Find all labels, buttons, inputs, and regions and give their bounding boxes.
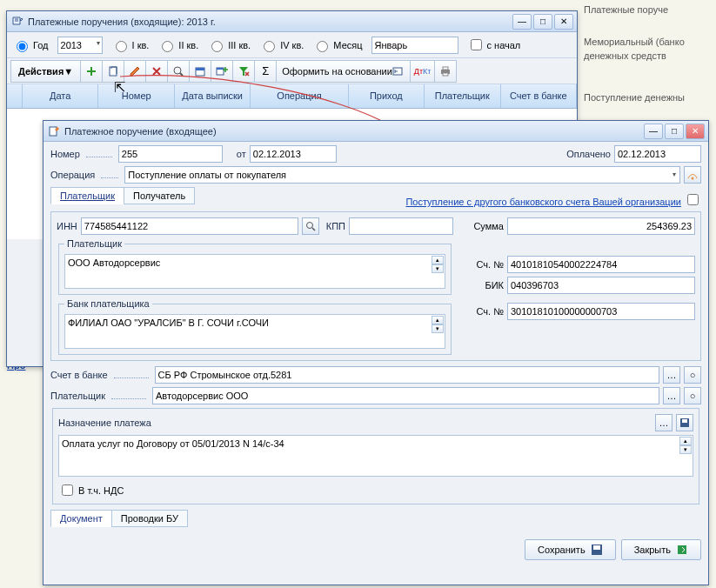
payer2-input[interactable] <box>152 387 659 404</box>
bg-text-3: денежных средств <box>584 50 666 61</box>
paid-label: Оплачено <box>566 149 611 159</box>
svg-rect-16 <box>593 545 600 550</box>
sum-label: Сумма <box>460 221 504 231</box>
maximize-button[interactable]: □ <box>533 14 552 30</box>
sum-button[interactable]: Σ <box>254 60 277 83</box>
from-label: от <box>237 149 246 159</box>
inn-search-button[interactable] <box>302 217 319 235</box>
edit-button[interactable] <box>124 60 146 83</box>
dtkt-button[interactable]: ДтКт <box>410 60 436 83</box>
col-date[interactable]: Дата <box>23 84 98 108</box>
sum-input[interactable] <box>507 217 695 235</box>
tab-recipient[interactable]: Получатель <box>124 187 195 204</box>
col-marker[interactable] <box>7 84 23 108</box>
date-input[interactable] <box>250 145 337 163</box>
svg-rect-5 <box>217 68 224 70</box>
bank-account-lookup-button[interactable]: … <box>663 366 680 384</box>
radio-q2[interactable]: II кв. <box>157 38 198 52</box>
dialog-titlebar[interactable]: Платежное поручение (входящее) — □ ✕ <box>43 121 708 142</box>
calendar-add-button[interactable] <box>211 60 233 83</box>
radio-q1[interactable]: I кв. <box>111 38 150 52</box>
radio-month[interactable]: Месяц <box>312 38 362 52</box>
filter-bar: Год I кв. II кв. III кв. IV кв. Месяц с … <box>7 32 577 58</box>
bg-text-4: Поступление денежны <box>584 92 685 103</box>
purpose-save-button[interactable] <box>676 414 693 431</box>
col-statement-date[interactable]: Дата выписки <box>175 84 251 108</box>
svg-point-12 <box>306 223 312 229</box>
actions-button[interactable]: Действия ▼ <box>10 60 81 83</box>
radio-q3[interactable]: III кв. <box>207 38 251 52</box>
purpose-lookup-button[interactable]: … <box>655 414 673 431</box>
bg-text-1: Платежные поруче <box>584 4 668 15</box>
bank-box-label: Банк плательщика <box>64 298 152 309</box>
col-payer[interactable]: Плательщик <box>425 84 500 108</box>
bank-text[interactable]: ФИЛИАЛ ОАО "УРАЛСИБ" В Г. СОЧИ г.СОЧИ <box>66 316 432 330</box>
col-operation[interactable]: Операция <box>251 84 348 108</box>
save-button[interactable]: Сохранить <box>525 539 616 560</box>
operation-select[interactable]: Поступление оплаты от покупателя <box>124 166 680 184</box>
bank-account-input[interactable] <box>155 366 659 384</box>
radio-year[interactable]: Год <box>12 38 49 52</box>
payer2-label: Плательщик <box>50 391 105 401</box>
add-button[interactable] <box>80 60 103 83</box>
purpose-text[interactable]: Оплата услуг по Договору от 05/01/2013 N… <box>60 437 679 451</box>
search-button[interactable] <box>167 60 190 83</box>
svg-rect-8 <box>443 67 448 70</box>
radio-q4[interactable]: IV кв. <box>259 38 304 52</box>
close-button[interactable]: ✕ <box>554 14 573 30</box>
acc1-label: Сч. № <box>460 259 504 270</box>
dialog-maximize-button[interactable]: □ <box>665 124 684 139</box>
checkbox-from-start[interactable]: с начал <box>467 37 521 53</box>
col-bank-account[interactable]: Счет в банке <box>501 84 577 108</box>
filter-remove-button[interactable] <box>232 60 255 83</box>
number-input[interactable] <box>118 145 223 163</box>
vat-checkbox[interactable]: В т.ч. НДС <box>58 482 693 498</box>
month-input[interactable] <box>371 37 458 54</box>
toolbar: Действия ▼ Σ Оформить на основании ДтКт <box>7 58 577 84</box>
dialog-icon <box>47 124 61 138</box>
main-title: Платежные поручения (входящие): 2013 г. <box>28 17 512 27</box>
svg-rect-3 <box>196 68 204 70</box>
dialog-window: Платежное поручение (входящее) — □ ✕ Ном… <box>43 120 709 585</box>
new-doc-button[interactable]: Оформить на основании <box>276 60 411 83</box>
col-number[interactable]: Номер <box>98 84 174 108</box>
delete-button[interactable] <box>145 60 168 83</box>
payer2-lookup-button[interactable]: … <box>663 387 680 404</box>
svg-rect-0 <box>110 67 117 76</box>
dialog-minimize-button[interactable]: — <box>644 124 663 139</box>
bik-input[interactable] <box>507 277 695 294</box>
copy-button[interactable] <box>102 60 124 83</box>
dialog-title: Платежное поручение (входящее) <box>64 126 644 137</box>
tab-postings[interactable]: Проводки БУ <box>111 510 188 527</box>
main-titlebar[interactable]: Платежные поручения (входящие): 2013 г. … <box>7 11 577 32</box>
bank-account-label: Счет в банке <box>50 370 108 380</box>
paid-date-input[interactable] <box>614 145 701 163</box>
inn-label: ИНН <box>57 221 77 231</box>
inn-input[interactable] <box>81 217 298 235</box>
print-button[interactable] <box>434 60 457 83</box>
calendar-button[interactable] <box>189 60 211 83</box>
payer-tabs: Плательщик Получатель <box>50 187 194 204</box>
acc2-input[interactable] <box>507 303 695 320</box>
year-input[interactable] <box>57 37 103 54</box>
column-headers: Дата Номер Дата выписки Операция Приход … <box>7 84 577 109</box>
other-account-checkbox[interactable] <box>687 194 699 205</box>
payer-box-label: Плательщик <box>64 238 124 249</box>
acc1-input[interactable] <box>507 256 695 273</box>
kpp-input[interactable] <box>349 217 453 235</box>
bik-label: БИК <box>460 280 504 291</box>
close-button-bottom[interactable]: Закрыть <box>621 539 701 560</box>
other-account-link[interactable]: Поступление с другого банковского счета … <box>405 197 681 207</box>
operation-lookup-button[interactable] <box>684 166 701 184</box>
tab-document[interactable]: Документ <box>50 510 112 527</box>
tab-payer[interactable]: Плательщик <box>50 187 124 204</box>
col-income[interactable]: Приход <box>349 84 425 108</box>
payer2-clear-button[interactable]: ○ <box>684 387 701 404</box>
svg-point-1 <box>174 67 181 74</box>
payer-text[interactable]: ООО Автодорсервис <box>66 256 432 270</box>
svg-rect-9 <box>443 73 448 76</box>
bg-text-2: Мемориальный (банко <box>584 37 685 47</box>
bank-account-clear-button[interactable]: ○ <box>684 366 701 384</box>
minimize-button[interactable]: — <box>512 14 532 30</box>
dialog-close-button[interactable]: ✕ <box>686 124 705 139</box>
